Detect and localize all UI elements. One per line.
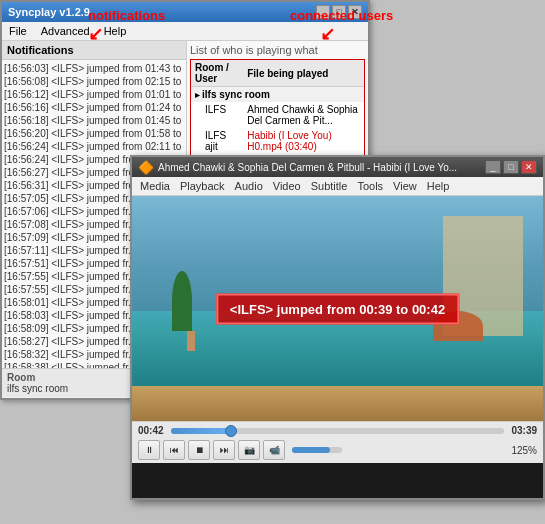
notifications-header: Notifications [2, 41, 186, 60]
snapshot-button[interactable]: 📷 [238, 440, 260, 460]
volume-slider[interactable] [292, 447, 342, 453]
notification-item: [16:56:24] <ILFS> jumped from 02:11 to 0… [4, 140, 184, 153]
users-table: Room / User File being played ▸ilfs sync… [191, 60, 364, 154]
table-row: ILFSAhmed Chawki & Sophia Del Carmen & P… [191, 102, 364, 128]
vlc-buttons-row: ⏸ ⏮ ⏹ ⏭ 📷 📹 125% [132, 438, 543, 463]
vlc-menu-item[interactable]: Tools [355, 179, 385, 193]
notification-item: [16:56:20] <ILFS> jumped from 01:58 to 0… [4, 127, 184, 140]
person-figure [187, 331, 195, 351]
pool-deck [132, 386, 543, 421]
end-time: 03:39 [509, 425, 537, 436]
seekbar-fill [171, 428, 231, 434]
menu-advanced[interactable]: Advanced [38, 24, 93, 38]
vlc-menu-item[interactable]: Media [138, 179, 172, 193]
current-time: 00:42 [138, 425, 166, 436]
volume-fill [292, 447, 330, 453]
notification-item: [16:56:16] <ILFS> jumped from 01:24 to 0… [4, 101, 184, 114]
col-room-user: Room / User [191, 60, 243, 87]
prev-button[interactable]: ⏮ [163, 440, 185, 460]
vlc-close-button[interactable]: ✕ [521, 160, 537, 174]
vlc-minimize-button[interactable]: _ [485, 160, 501, 174]
vlc-window: 🔶 Ahmed Chawki & Sophia Del Carmen & Pit… [130, 155, 545, 500]
record-button[interactable]: 📹 [263, 440, 285, 460]
vlc-bottom-controls: 00:42 03:39 ⏸ ⏮ ⏹ ⏭ 📷 📹 125% [132, 421, 543, 463]
syncplay-menubar: File Advanced Help [2, 22, 368, 41]
vlc-menu-item[interactable]: Audio [233, 179, 265, 193]
notification-item: [16:56:03] <ILFS> jumped from 01:43 to 0… [4, 62, 184, 75]
vlc-titlebar: 🔶 Ahmed Chawki & Sophia Del Carmen & Pit… [132, 157, 543, 177]
notification-item: [16:56:12] <ILFS> jumped from 01:01 to 0… [4, 88, 184, 101]
col-file: File being played [243, 60, 364, 87]
menu-help[interactable]: Help [101, 24, 130, 38]
titlebar-controls: _ □ ✕ [316, 5, 362, 19]
vlc-menu-item[interactable]: Playback [178, 179, 227, 193]
vlc-menu-item[interactable]: Help [425, 179, 452, 193]
vlc-menubar: MediaPlaybackAudioVideoSubtitleToolsView… [132, 177, 543, 196]
table-row: ILFS ajitHabibi (I Love You) H0.mp4 (03:… [191, 128, 364, 154]
next-button[interactable]: ⏭ [213, 440, 235, 460]
stop-button[interactable]: ⏹ [188, 440, 210, 460]
zoom-label: 125% [511, 445, 537, 456]
vlc-menu-item[interactable]: View [391, 179, 419, 193]
vlc-menu-item[interactable]: Video [271, 179, 303, 193]
minimize-button[interactable]: _ [316, 5, 330, 19]
vlc-win-controls: _ □ ✕ [485, 160, 537, 174]
seekbar-thumb[interactable] [225, 425, 237, 437]
play-pause-button[interactable]: ⏸ [138, 440, 160, 460]
seekbar-row: 00:42 03:39 [132, 422, 543, 438]
syncplay-title: Syncplay v1.2.9 [8, 6, 90, 18]
vlc-maximize-button[interactable]: □ [503, 160, 519, 174]
vlc-logo-icon: 🔶 [138, 160, 154, 175]
menu-file[interactable]: File [6, 24, 30, 38]
syncplay-titlebar: Syncplay v1.2.9 _ □ ✕ [2, 2, 368, 22]
users-header: List of who is playing what [190, 44, 365, 56]
maximize-button[interactable]: □ [332, 5, 346, 19]
osd-message: <ILFS> jumped from 00:39 to 00:42 [216, 293, 459, 324]
table-row: ▸ilfs sync room [191, 87, 364, 103]
close-button[interactable]: ✕ [348, 5, 362, 19]
tree [172, 271, 192, 331]
vlc-title: Ahmed Chawki & Sophia Del Carmen & Pitbu… [158, 162, 485, 173]
notification-item: [16:56:08] <ILFS> jumped from 02:15 to 0… [4, 75, 184, 88]
vlc-menu-item[interactable]: Subtitle [309, 179, 350, 193]
notification-item: [16:56:18] <ILFS> jumped from 01:45 to 0… [4, 114, 184, 127]
seekbar-track[interactable] [171, 428, 504, 434]
vlc-video-area[interactable]: <ILFS> jumped from 00:39 to 00:42 [132, 196, 543, 421]
